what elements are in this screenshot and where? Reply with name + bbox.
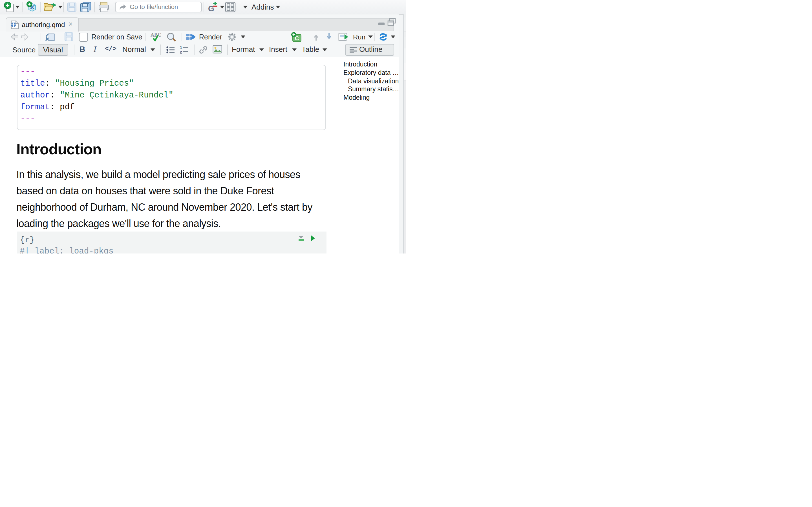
svg-text:ABC: ABC — [151, 32, 161, 38]
svg-text:1: 1 — [180, 46, 182, 50]
svg-text:2: 2 — [180, 50, 182, 54]
svg-text:G: G — [208, 4, 214, 12]
